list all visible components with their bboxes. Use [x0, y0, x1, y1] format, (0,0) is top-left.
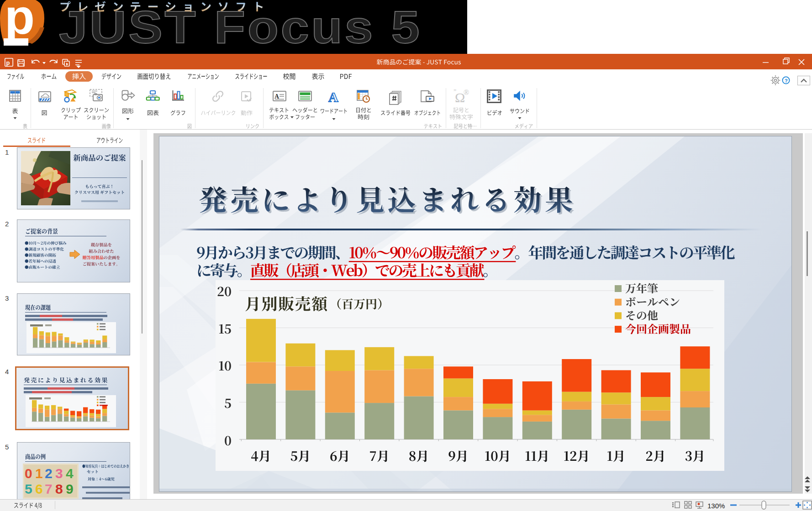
svg-text:5: 5 [25, 481, 32, 496]
svg-text:A: A [274, 93, 279, 100]
svg-text:”: ” [453, 89, 456, 95]
svg-text:3: 3 [55, 466, 63, 481]
svg-text:4: 4 [66, 466, 74, 481]
svg-text:®: ® [464, 89, 469, 96]
svg-text:9: 9 [66, 481, 74, 496]
svg-text:A: A [328, 89, 338, 104]
svg-text:0: 0 [25, 466, 32, 481]
svg-text:?: ? [785, 78, 788, 83]
svg-text:p: p [6, 59, 10, 66]
svg-text:7: 7 [45, 481, 53, 496]
svg-text:6: 6 [35, 481, 43, 496]
svg-text:2: 2 [45, 466, 53, 481]
svg-text:1: 1 [35, 466, 43, 481]
svg-text:8: 8 [55, 481, 63, 496]
